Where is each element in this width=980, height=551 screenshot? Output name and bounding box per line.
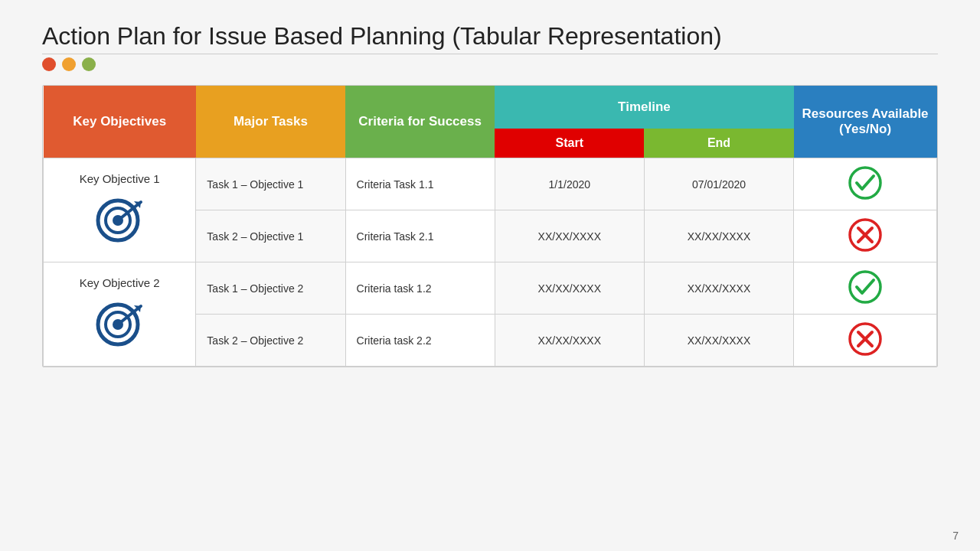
slide: Action Plan for Issue Based Planning (Ta… bbox=[0, 0, 980, 551]
target-icon-2 bbox=[50, 295, 189, 353]
svg-point-14 bbox=[850, 272, 880, 302]
header-timeline: Timeline bbox=[495, 86, 793, 129]
title-divider bbox=[42, 54, 938, 54]
end-cell-r1-t1: 07/01/2020 bbox=[644, 158, 793, 210]
table-row: Key Objective 2 Task 1 – Objective 2Crit… bbox=[44, 262, 937, 315]
header-row: Key Objectives Major Tasks Criteria for … bbox=[44, 86, 937, 129]
page-title: Action Plan for Issue Based Planning (Ta… bbox=[42, 21, 938, 51]
resource-cell-r1-t2 bbox=[794, 210, 937, 262]
table-row: Key Objective 1 Task 1 – Objective 1Crit… bbox=[44, 158, 937, 210]
end-cell-r2-t1: XX/XX/XXXX bbox=[644, 262, 793, 315]
header-major-tasks: Major Tasks bbox=[196, 86, 345, 158]
task-cell-r1-t1: Task 1 – Objective 1 bbox=[196, 158, 345, 210]
header-key-objectives: Key Objectives bbox=[44, 86, 196, 158]
dot-red bbox=[42, 57, 56, 71]
criteria-cell-r1-t2: Criteria Task 2.1 bbox=[345, 210, 495, 262]
header-criteria: Criteria for Success bbox=[345, 86, 495, 158]
action-plan-table: Key Objectives Major Tasks Criteria for … bbox=[43, 86, 937, 367]
target-icon-1 bbox=[50, 191, 189, 249]
criteria-cell-r2-t2: Criteria task 2.2 bbox=[345, 315, 495, 367]
check-icon bbox=[847, 165, 884, 201]
check-icon bbox=[847, 269, 884, 305]
task-cell-r1-t2: Task 2 – Objective 1 bbox=[196, 210, 345, 262]
sub-header-end: End bbox=[644, 129, 793, 158]
resource-cell-r1-t1 bbox=[794, 158, 937, 210]
header-resources: Resources Available (Yes/No) bbox=[794, 86, 937, 158]
objective-label-2: Key Objective 2 bbox=[50, 276, 189, 289]
start-cell-r2-t1: XX/XX/XXXX bbox=[495, 262, 644, 315]
main-table-wrapper: Key Objectives Major Tasks Criteria for … bbox=[42, 85, 938, 367]
objective-cell-1: Key Objective 1 bbox=[44, 158, 196, 262]
start-cell-r2-t2: XX/XX/XXXX bbox=[495, 315, 644, 367]
cross-icon bbox=[847, 217, 884, 253]
end-cell-r2-t2: XX/XX/XXXX bbox=[644, 315, 793, 367]
criteria-cell-r1-t1: Criteria Task 1.1 bbox=[345, 158, 495, 210]
cross-icon bbox=[847, 321, 884, 357]
task-cell-r2-t2: Task 2 – Objective 2 bbox=[196, 315, 345, 367]
dots-row bbox=[42, 57, 938, 71]
objective-label-1: Key Objective 1 bbox=[50, 172, 189, 185]
resource-cell-r2-t2 bbox=[794, 315, 937, 367]
page-number: 7 bbox=[952, 530, 959, 542]
task-cell-r2-t1: Task 1 – Objective 2 bbox=[196, 262, 345, 315]
sub-header-start: Start bbox=[495, 129, 644, 158]
objective-cell-2: Key Objective 2 bbox=[44, 262, 196, 367]
start-cell-r1-t1: 1/1/2020 bbox=[495, 158, 644, 210]
dot-orange bbox=[62, 57, 76, 71]
start-cell-r1-t2: XX/XX/XXXX bbox=[495, 210, 644, 262]
resource-cell-r2-t1 bbox=[794, 262, 937, 315]
svg-point-5 bbox=[850, 168, 880, 198]
end-cell-r1-t2: XX/XX/XXXX bbox=[644, 210, 793, 262]
dot-green bbox=[82, 57, 96, 71]
criteria-cell-r2-t1: Criteria task 1.2 bbox=[345, 262, 495, 315]
